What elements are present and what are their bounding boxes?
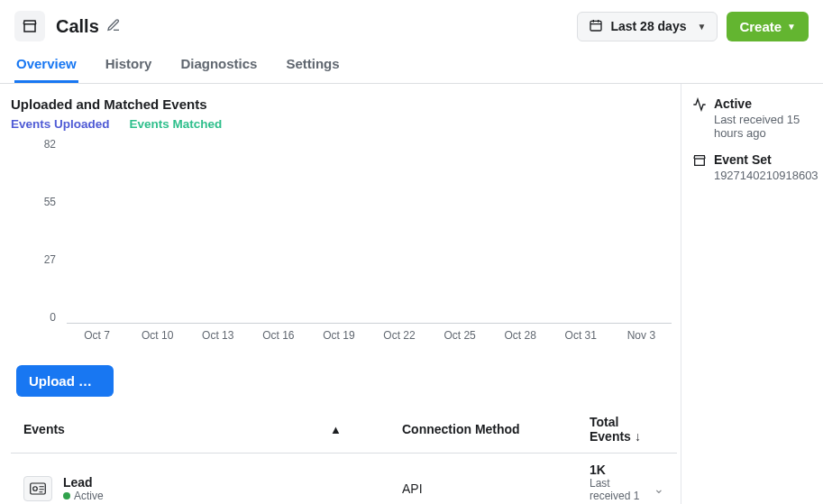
side-active: Active Last received 15 hours ago [692,96,818,140]
side-eventset-id: 1927140210918603 [714,169,818,182]
tab-diagnostics[interactable]: Diagnostics [178,49,259,83]
sort-desc-icon: ↓ [635,429,641,444]
side-active-sub: Last received 15 hours ago [714,113,818,140]
x-tick: Oct 13 [187,329,248,349]
x-tick: Oct 19 [308,329,369,349]
svg-point-2 [33,487,38,491]
col-connection[interactable]: Connection Method [402,422,590,436]
tab-settings[interactable]: Settings [284,49,341,83]
event-name: Lead [63,475,104,490]
tabs: Overview History Diagnostics Settings [0,49,823,84]
expand-row[interactable]: ⌄ [641,481,664,496]
x-tick: Nov 3 [611,329,672,349]
chart-plot [67,138,672,324]
side-active-title: Active [714,96,818,111]
chevron-down-icon: ▼ [697,22,706,32]
x-tick: Oct 25 [430,329,490,349]
side-eventset-title: Event Set [714,152,818,167]
page-header: Calls Last 28 days ▼ Create ▼ [0,0,823,49]
svg-rect-0 [590,21,601,31]
side-eventset: Event Set 1927140210918603 [692,152,818,182]
chart-bars [67,138,672,323]
header-right: Last 28 days ▼ Create ▼ [577,12,809,41]
events-table: Events ▲ Connection Method Total Events↓… [11,406,677,504]
tab-history[interactable]: History [104,49,154,83]
status-dot-icon [63,492,70,499]
table-header: Events ▲ Connection Method Total Events↓ [11,406,677,454]
chart-x-axis: Oct 7Oct 10Oct 13Oct 16Oct 19Oct 22Oct 2… [67,329,672,349]
calendar-icon [589,18,603,35]
edit-title-icon[interactable] [106,18,121,35]
header-left: Calls [14,11,121,41]
chart-legend: Events Uploaded Events Matched [11,117,677,131]
create-label: Create [739,19,782,34]
x-tick: Oct 16 [248,329,308,349]
main-panel: Uploaded and Matched Events Events Uploa… [0,84,681,504]
table-row[interactable]: Lead Active API 1K Last received 1 day a… [11,454,677,504]
row-connection: API [402,481,590,496]
tab-overview[interactable]: Overview [14,49,78,83]
x-tick: Oct 28 [490,329,551,349]
x-tick: Oct 10 [127,329,187,349]
activity-icon [692,97,707,140]
warning-icon: ▲ [330,423,342,436]
chart: 8255270 Oct 7Oct 10Oct 13Oct 16Oct 19Oct… [11,133,677,349]
lead-icon [23,476,52,501]
row-total: 1K Last received 1 day ago [590,463,641,504]
store-small-icon [692,153,707,182]
upload-events-button[interactable]: Upload Even… [16,365,114,397]
side-panel: Active Last received 15 hours ago Event … [681,84,823,504]
chevron-down-icon: ▼ [787,22,796,32]
col-events[interactable]: Events [23,422,330,436]
event-cell: Lead Active [23,475,330,502]
col-warning: ▲ [330,422,402,436]
page-title: Calls [56,16,99,37]
legend-matched[interactable]: Events Matched [130,117,223,131]
title-row: Calls [56,16,121,37]
event-meta: Lead Active [63,475,104,502]
upload-row: Upload Even… [11,349,677,406]
x-tick: Oct 31 [551,329,611,349]
col-total[interactable]: Total Events↓ [590,415,641,444]
chart-section-title: Uploaded and Matched Events [11,96,677,112]
date-range-picker[interactable]: Last 28 days ▼ [577,12,718,41]
x-tick: Oct 22 [369,329,429,349]
chevron-down-icon: ⌄ [654,481,664,496]
store-icon [14,11,45,41]
event-status: Active [63,490,104,502]
create-button[interactable]: Create ▼ [727,12,809,41]
date-range-label: Last 28 days [610,19,686,33]
chart-y-axis: 8255270 [11,138,61,324]
content: Uploaded and Matched Events Events Uploa… [0,84,823,504]
x-tick: Oct 7 [67,329,127,349]
legend-uploaded[interactable]: Events Uploaded [11,117,110,131]
